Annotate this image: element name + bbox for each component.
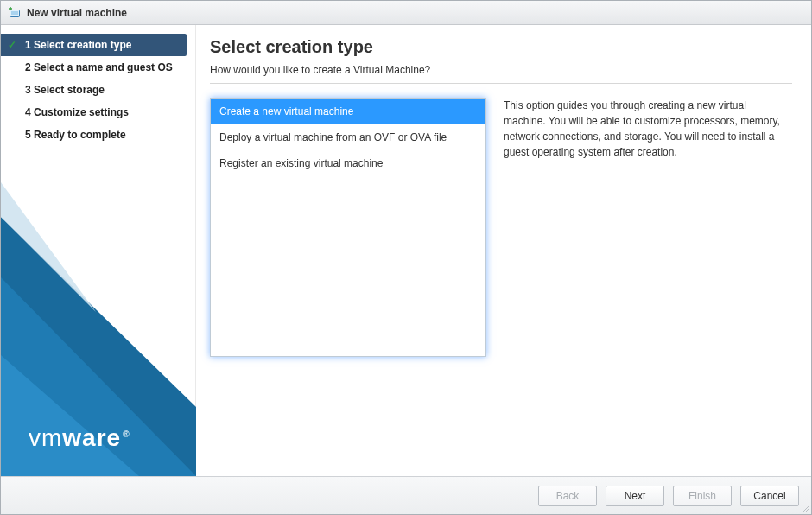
step-label: 1 Select creation type [25, 39, 131, 51]
wizard-window: New virtual machine ✓ 1 Select creation … [0, 0, 812, 515]
option-register-existing-vm[interactable]: Register an existing virtual machine [211, 150, 485, 176]
next-button[interactable]: Next [606, 486, 664, 506]
wizard-body: ✓ 1 Select creation type 2 Select a name… [1, 25, 811, 476]
vmware-logo: vmware® [29, 424, 130, 452]
svg-rect-1 [11, 11, 18, 15]
step-ready-to-complete[interactable]: 5 Ready to complete [1, 124, 195, 146]
cancel-button[interactable]: Cancel [740, 486, 799, 506]
option-label: Create a new virtual machine [219, 105, 353, 118]
step-select-name-guest-os[interactable]: 2 Select a name and guest OS [1, 56, 195, 79]
creation-type-list[interactable]: Create a new virtual machine Deploy a vi… [210, 98, 486, 357]
logo-reg: ® [123, 429, 130, 439]
step-select-storage[interactable]: 3 Select storage [1, 79, 195, 101]
logo-vm: vm [29, 424, 62, 451]
logo-ware: ware [62, 424, 121, 451]
step-label: 4 Customize settings [25, 106, 129, 118]
step-label: 2 Select a name and guest OS [25, 61, 173, 73]
check-icon: ✓ [8, 39, 16, 51]
svg-line-11 [808, 511, 809, 512]
option-create-new-vm[interactable]: Create a new virtual machine [211, 99, 485, 124]
wizard-main: Select creation type How would you like … [196, 25, 811, 476]
page-subtitle: How would you like to create a Virtual M… [210, 64, 792, 76]
divider [210, 83, 792, 84]
wizard-sidebar: ✓ 1 Select creation type 2 Select a name… [1, 25, 196, 476]
wizard-footer: Back Next Finish Cancel [1, 476, 811, 514]
option-label: Register an existing virtual machine [219, 157, 383, 169]
sidebar-art: vmware® [1, 182, 196, 476]
step-label: 5 Ready to complete [25, 129, 126, 141]
finish-button[interactable]: Finish [673, 486, 732, 506]
wizard-steps: ✓ 1 Select creation type 2 Select a name… [1, 25, 195, 146]
step-label: 3 Select storage [25, 84, 105, 96]
option-description: This option guides you through creating … [504, 98, 792, 160]
step-select-creation-type[interactable]: ✓ 1 Select creation type [1, 34, 187, 56]
content-row: Create a new virtual machine Deploy a vi… [210, 98, 792, 467]
resize-grip-icon[interactable] [801, 504, 809, 512]
option-deploy-ovf-ova[interactable]: Deploy a virtual machine from an OVF or … [211, 124, 485, 150]
step-customize-settings[interactable]: 4 Customize settings [1, 101, 195, 124]
option-label: Deploy a virtual machine from an OVF or … [219, 131, 447, 143]
back-button[interactable]: Back [538, 486, 597, 506]
new-vm-icon [8, 6, 22, 20]
window-title: New virtual machine [27, 7, 127, 19]
titlebar: New virtual machine [1, 1, 811, 25]
page-title: Select creation type [210, 37, 792, 57]
